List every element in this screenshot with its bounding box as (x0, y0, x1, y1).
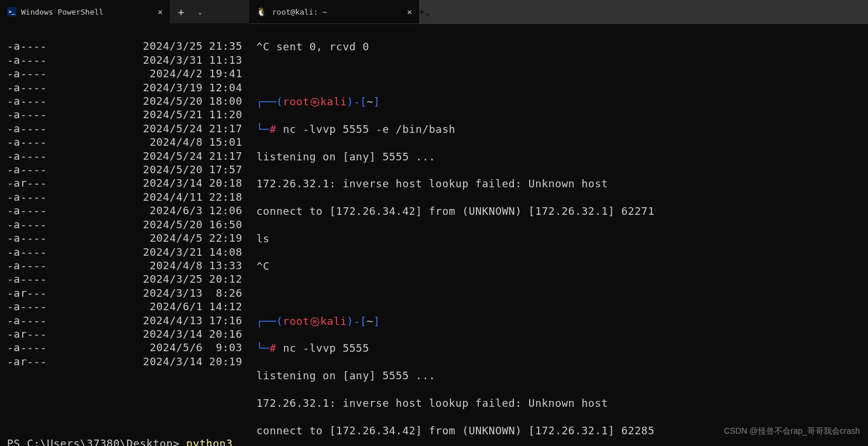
list-row: -a----2024/5/2111:20 (7, 108, 242, 121)
tabbar-left: >_ Windows PowerShell ✕ + ⌄ (0, 0, 249, 23)
ps-prompt: PS C:\Users\37380\Desktop> (7, 437, 186, 446)
new-tab-button[interactable]: + (170, 6, 193, 18)
list-row: -a----2024/3/3111:13 (7, 53, 242, 67)
kali-prompt: ┌──(root㉿kali)-[~] (256, 314, 861, 328)
term-line: listening on [any] 5555 ... (256, 150, 861, 163)
list-row: -a----2024/5/2421:17 (7, 149, 242, 163)
kali-cmd: └─# nc -lvvp 5555 (256, 341, 861, 355)
kali-cmd: └─# nc -lvvp 5555 -e /bin/bash (256, 122, 861, 136)
new-tab-button[interactable]: + (419, 6, 425, 18)
list-row: -a----2024/5/2018:00 (7, 94, 242, 108)
tab-title: Windows PowerShell (21, 8, 104, 16)
list-row: -ar---2024/3/138:26 (7, 286, 242, 300)
tabbar-right: 🐧 root@kali: ~ ✕ + ⌄ (249, 0, 868, 23)
list-row: -a----2024/6/312:06 (7, 204, 242, 217)
list-row: -a----2024/3/2520:12 (7, 272, 242, 286)
close-icon[interactable]: ✕ (407, 7, 412, 16)
tab-powershell[interactable]: >_ Windows PowerShell ✕ (0, 0, 170, 23)
term-line: 172.26.32.1: inverse host lookup failed:… (256, 396, 861, 410)
list-row: -a----2024/5/2017:57 (7, 163, 242, 176)
list-row: -a----2024/3/2521:35 (7, 39, 242, 53)
tab-dropdown[interactable]: ⌄ (193, 8, 208, 16)
term-line: ls (256, 232, 861, 245)
kali-prompt: ┌──(root㉿kali)-[~] (256, 95, 861, 108)
tab-dropdown[interactable]: ⌄ (425, 6, 431, 18)
tab-kali[interactable]: 🐧 root@kali: ~ ✕ (249, 0, 419, 23)
list-row: -a----2024/4/219:41 (7, 67, 242, 80)
tab-title: root@kali: ~ (272, 8, 327, 16)
term-line: listening on [any] 5555 ... (256, 369, 861, 382)
list-row: -a----2024/4/1317:16 (7, 314, 242, 327)
term-line: 172.26.32.1: inverse host lookup failed:… (256, 177, 861, 190)
powershell-terminal[interactable]: -a----2024/3/2521:35-a----2024/3/3111:13… (0, 23, 249, 446)
list-row: -a----2024/3/2114:08 (7, 245, 242, 259)
powershell-icon: >_ (7, 7, 16, 16)
list-row: -a----2024/6/114:12 (7, 300, 242, 313)
term-line: ^C sent 0, rcvd 0 (256, 40, 861, 53)
list-row: -a----2024/4/815:01 (7, 135, 242, 149)
list-row: -ar---2024/3/1420:18 (7, 176, 242, 190)
list-row: -a----2024/4/522:19 (7, 231, 242, 245)
term-line: ^C (256, 259, 861, 273)
list-row: -a----2024/3/1912:04 (7, 81, 242, 94)
list-row: -a----2024/4/813:33 (7, 259, 242, 272)
term-line: connect to [172.26.34.42] from (UNKNOWN)… (256, 204, 861, 218)
watermark: CSDN @怪兽不会rap_哥哥我会crash (724, 426, 860, 437)
kali-terminal[interactable]: ^C sent 0, rcvd 0 ┌──(root㉿kali)-[~] └─#… (249, 23, 868, 446)
list-row: -ar---2024/3/1420:16 (7, 327, 242, 341)
list-row: -a----2024/5/2016:50 (7, 218, 242, 231)
close-icon[interactable]: ✕ (158, 7, 163, 16)
list-row: -ar---2024/3/1420:19 (7, 355, 242, 368)
list-row: -a----2024/4/1122:18 (7, 190, 242, 204)
list-row: -a----2024/5/69:03 (7, 341, 242, 354)
ps-command: python3 (186, 437, 232, 446)
list-row: -a----2024/5/2421:17 (7, 122, 242, 135)
penguin-icon: 🐧 (256, 7, 266, 16)
